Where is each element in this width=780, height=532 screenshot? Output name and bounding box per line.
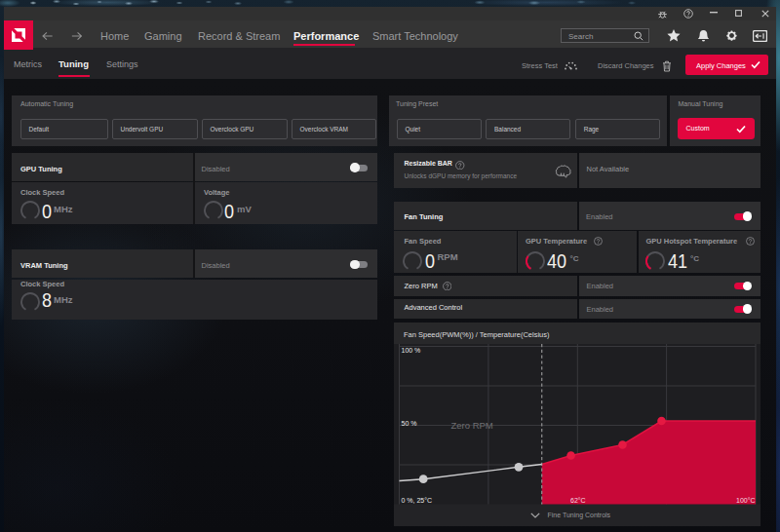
svg-text:100°C: 100°C (736, 497, 756, 504)
svg-text:50 %: 50 % (402, 420, 417, 427)
svg-text:0 %, 25°C: 0 %, 25°C (402, 497, 433, 504)
svg-text:100 %: 100 % (402, 347, 421, 354)
svg-text:Zero RPM: Zero RPM (451, 420, 493, 431)
svg-text:62°C: 62°C (570, 497, 586, 504)
